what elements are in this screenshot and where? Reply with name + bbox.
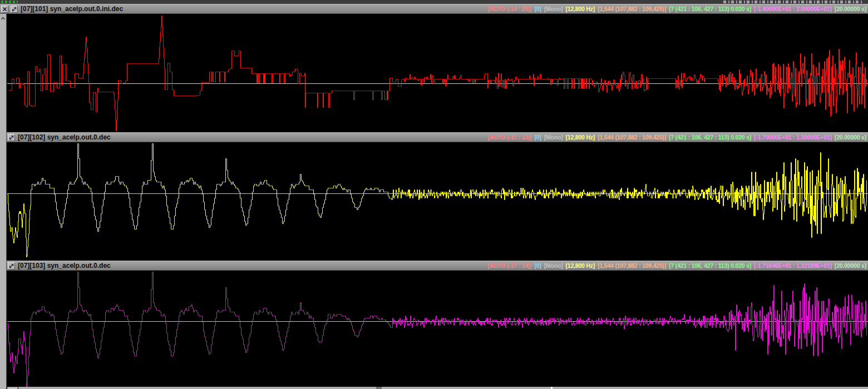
panel-title: [07][103] syn_acelp.out.0.dec [18,262,111,270]
status-badge: [Mono] [544,134,563,141]
status-badge: [1,544 (107,882 : 109,425)] [598,134,666,141]
h-scroll-left-button[interactable] [7,387,18,389]
status-badge: [-1.40000E+01 : 2.00000E+01] [754,6,832,12]
waveform-canvas-103[interactable] [7,271,868,387]
fit-range-button[interactable] [11,6,18,13]
status-badge: [-1.70000E+01 : 1.30000E+01] [754,134,832,141]
panel-titlebar-101[interactable]: [07][101] syn_acelp.out.0.ini.dec [AUTO … [0,4,868,14]
close-icon [2,7,7,12]
status-badge: [0] [534,6,541,12]
waveform-pane-101[interactable] [7,14,868,132]
panel-title: [07][102] syn_acelp.out.0.dec [18,133,111,141]
status-badge: [AUTO (-14 : 20)] [487,6,531,12]
status-badge: [0] [534,134,541,141]
status-badge: [Mono] [544,262,563,269]
waveform-canvas-101[interactable] [7,14,868,132]
status-badges: [AUTO (-17 : 13)][0][Mono][12,800 Hz][1,… [487,133,866,142]
status-badge: [1,544 (107,882 : 109,425)] [598,6,666,12]
clipped-text-remnant-left [1,1,18,3]
panel-titlebar-103[interactable]: [07][103] syn_acelp.out.0.dec [AUTO (-17… [7,261,868,271]
status-badge: [20.00000 s] [835,262,866,269]
clipped-text-remnant-right [723,1,862,3]
h-scroll-thumb[interactable] [551,387,553,389]
clipped-top-row [0,0,868,4]
h-scroll-divider [376,387,382,389]
status-badges: [AUTO (-17 : 14)][0][Mono][12,800 Hz][1,… [487,261,866,270]
fit-range-button[interactable] [8,134,15,141]
panel-titlebar-102[interactable]: [07][102] syn_acelp.out.0.dec [AUTO (-17… [7,132,868,142]
vertical-scrollbar[interactable] [0,14,7,389]
status-badge: [Mono] [544,6,563,12]
status-badge: [-1.71646E+01 : 1.32189E+01] [754,262,832,269]
status-badge: [1,544 (107,882 : 109,425)] [598,262,666,269]
status-badge: [7 (421 : 106, 427 : 113) 0.020 s] [669,134,751,141]
horizontal-scrollbar[interactable] [7,387,868,389]
status-badge: [AUTO (-17 : 14)] [487,262,531,269]
status-badge: [7 (421 : 106, 427 : 113) 0.020 s] [669,6,751,12]
status-badge: [7 (421 : 106, 427 : 113) 0.020 s] [669,262,751,269]
panel-title: [07][101] syn_acelp.out.0.ini.dec [21,5,123,13]
fit-range-icon [8,134,14,141]
fit-range-icon [8,263,14,269]
status-badge: [12,800 Hz] [565,6,595,12]
waveform-pane-103[interactable] [7,271,868,387]
status-badge: [20.00000 s] [835,134,866,141]
status-badge: [AUTO (-17 : 13)] [487,134,531,141]
scroll-up-icon[interactable] [0,16,6,21]
status-badge: [0] [534,262,541,269]
fit-range-icon [11,6,17,12]
fit-range-button[interactable] [8,262,15,270]
status-badges: [AUTO (-14 : 20)][0][Mono][12,800 Hz][1,… [487,4,866,13]
waveform-canvas-102[interactable] [7,142,868,261]
status-badge: [12,800 Hz] [565,134,595,141]
status-badge: [12,800 Hz] [565,262,595,269]
status-badge: [20.00000 s] [835,6,866,12]
close-button[interactable] [1,6,8,13]
app-window: [07][101] syn_acelp.out.0.ini.dec [AUTO … [0,0,868,389]
waveform-pane-102[interactable] [7,142,868,261]
